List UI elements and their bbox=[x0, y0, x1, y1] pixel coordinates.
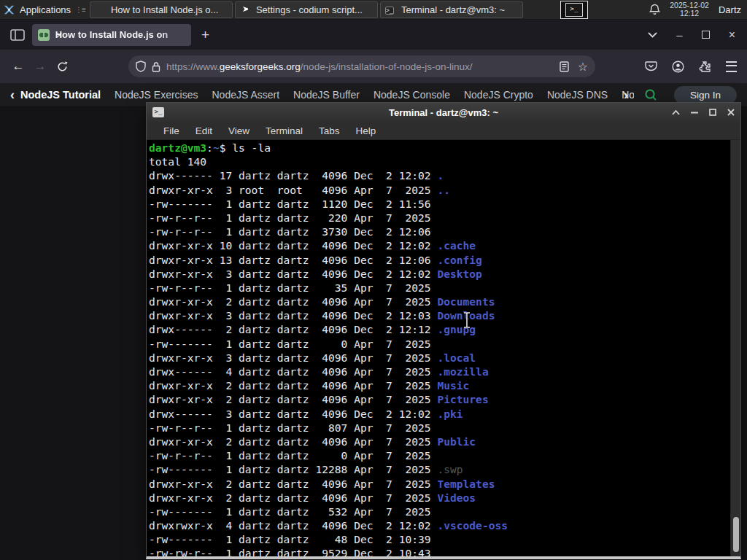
prompt-line: dartz@vm3:~$ ls -la bbox=[149, 141, 730, 155]
notification-bell-icon[interactable] bbox=[649, 4, 660, 15]
nav-item-nodejs-console[interactable]: NodeJS Console bbox=[374, 89, 450, 101]
nav-item-nodejs-tutorial[interactable]: NodeJS Tutorial bbox=[20, 89, 101, 101]
terminal-icon: >_ bbox=[385, 4, 397, 15]
taskbar-label: Settings - codium script... bbox=[256, 4, 363, 15]
nav-item-nodejs-buffer[interactable]: NodeJS Buffer bbox=[293, 89, 360, 101]
applications-logo-icon bbox=[3, 4, 15, 16]
window-close-button[interactable]: × bbox=[729, 28, 735, 42]
nav-scroll-right-icon[interactable]: › bbox=[624, 88, 628, 101]
file-row: -rw------- 1 dartz dartz 12288 Apr 7 202… bbox=[149, 462, 730, 476]
file-row: -rw-r--r-- 1 dartz dartz 3730 Dec 2 12:0… bbox=[149, 225, 730, 238]
file-row: drwx------ 3 dartz dartz 4096 Dec 2 12:0… bbox=[149, 407, 730, 421]
file-row: drwxr-xr-x 2 dartz dartz 4096 Apr 7 2025… bbox=[149, 477, 730, 491]
terminal-window: >_ Terminal - dartz@vm3: ~ File bbox=[146, 102, 741, 559]
terminal-titlebar[interactable]: >_ Terminal - dartz@vm3: ~ bbox=[147, 103, 740, 122]
site-search-icon[interactable] bbox=[644, 88, 658, 102]
gfg-favicon bbox=[38, 29, 50, 41]
shade-window-icon[interactable] bbox=[672, 110, 680, 115]
file-row: -rw-r--r-- 1 dartz dartz 807 Apr 7 2025 … bbox=[149, 421, 730, 435]
tab-close-icon[interactable]: × bbox=[55, 28, 64, 41]
clock-time: 12:12 bbox=[670, 9, 709, 18]
file-row: drwxr-xr-x 13 dartz dartz 4096 Dec 2 12:… bbox=[149, 253, 730, 267]
bookmark-star-icon[interactable]: ☆ bbox=[578, 60, 588, 74]
pocket-icon[interactable] bbox=[645, 61, 657, 72]
file-row: -rw-r--r-- 1 dartz dartz 220 Apr 7 2025 … bbox=[149, 211, 730, 225]
window-maximize-button[interactable] bbox=[702, 31, 710, 39]
forward-button[interactable]: → bbox=[29, 55, 51, 77]
menu-hamburger-icon[interactable] bbox=[726, 61, 737, 72]
file-row: drwxr-xr-x 2 dartz dartz 4096 Apr 7 2025… bbox=[149, 435, 730, 448]
site-nav-items: NodeJS Tutorial NodeJS Exercises NodeJS … bbox=[20, 89, 634, 101]
close-window-icon[interactable] bbox=[727, 109, 735, 116]
tab-bar: How to Install Node.js on × + – × bbox=[0, 20, 747, 50]
terminal-title: Terminal - dartz@vm3: ~ bbox=[147, 107, 740, 118]
taskbar-label: How to Install Node.js o... bbox=[111, 4, 218, 15]
url-text: https://www.geeksforgeeks.org/node-js/in… bbox=[166, 61, 554, 72]
panel-user-menu[interactable]: Dartz bbox=[719, 4, 741, 15]
firefox-view-icon[interactable] bbox=[10, 29, 25, 41]
file-row: drwxr-xr-x 3 dartz dartz 4096 Dec 2 12:0… bbox=[149, 308, 730, 322]
list-all-tabs-chevron-icon[interactable] bbox=[648, 32, 657, 38]
taskbar-label: Terminal - dartz@vm3: ~ bbox=[401, 4, 505, 15]
file-row: drwxr-xr-x 3 root root 4096 Apr 7 2025 .… bbox=[149, 183, 730, 197]
file-row: drwxr-xr-x 10 dartz dartz 4096 Dec 2 12:… bbox=[149, 238, 730, 252]
browser-tab-active[interactable]: How to Install Node.js on × bbox=[32, 24, 191, 46]
workspace-terminal-indicator[interactable]: >_ bbox=[560, 1, 588, 19]
terminal-output: dartz@vm3:~$ ls -latotal 140drwx------ 1… bbox=[149, 141, 730, 556]
terminal-icon: >_ bbox=[565, 3, 583, 17]
terminal-icon: >_ bbox=[152, 107, 164, 117]
lock-icon[interactable] bbox=[152, 61, 160, 72]
file-row: drwx------ 2 dartz dartz 4096 Dec 2 12:1… bbox=[149, 322, 730, 336]
nav-item-nodejs-dns[interactable]: NodeJS DNS bbox=[547, 89, 608, 101]
file-row: drwxr-xr-x 3 dartz dartz 4096 Apr 7 2025… bbox=[149, 351, 730, 365]
panel-clock[interactable]: 2025-12-02 12:12 bbox=[670, 1, 709, 18]
desktop: Applications ⋮≡ How to Install Node.js o… bbox=[0, 0, 747, 560]
menu-tabs[interactable]: Tabs bbox=[311, 125, 348, 136]
file-row: drwx------ 17 dartz dartz 4096 Dec 2 12:… bbox=[149, 168, 730, 182]
top-panel: Applications ⋮≡ How to Install Node.js o… bbox=[0, 0, 747, 20]
url-bar[interactable]: https://www.geeksforgeeks.org/node-js/in… bbox=[128, 55, 595, 77]
back-button[interactable]: ← bbox=[7, 55, 29, 77]
new-tab-button[interactable]: + bbox=[201, 27, 209, 43]
terminal-body[interactable]: dartz@vm3:~$ ls -latotal 140drwx------ 1… bbox=[147, 140, 740, 556]
file-row: drwxr-xr-x 3 dartz dartz 4096 Dec 2 12:0… bbox=[149, 267, 730, 281]
tracking-shield-icon[interactable] bbox=[136, 61, 146, 72]
nav-item-nodejs-assert[interactable]: NodeJS Assert bbox=[212, 89, 280, 101]
file-row: drwxrwxr-x 4 dartz dartz 4096 Dec 2 12:0… bbox=[149, 518, 730, 532]
reader-mode-icon[interactable] bbox=[560, 61, 569, 72]
mouse-cursor bbox=[462, 312, 471, 328]
scrollbar-thumb[interactable] bbox=[733, 517, 739, 552]
menu-edit[interactable]: Edit bbox=[187, 125, 220, 136]
file-row: drwx------ 4 dartz dartz 4096 Apr 7 2025… bbox=[149, 365, 730, 378]
panel-grip-handle[interactable]: ⋮≡ bbox=[75, 6, 85, 14]
nav-scroll-left-icon[interactable]: ‹ bbox=[10, 88, 15, 101]
file-row: -rw------- 1 dartz dartz 0 Apr 7 2025 .I… bbox=[149, 337, 730, 351]
file-row: drwxr-xr-x 2 dartz dartz 4096 Apr 7 2025… bbox=[149, 491, 730, 505]
menu-help[interactable]: Help bbox=[348, 125, 384, 136]
reload-button[interactable] bbox=[51, 55, 73, 77]
applications-label: Applications bbox=[20, 4, 71, 15]
taskbar-window-firefox[interactable]: How to Install Node.js o... bbox=[90, 1, 233, 18]
sign-in-button[interactable]: Sign In bbox=[674, 86, 737, 104]
codium-icon bbox=[240, 4, 252, 15]
nav-item-nodejs-exercises[interactable]: NodeJS Exercises bbox=[115, 89, 198, 101]
window-minimize-button[interactable]: – bbox=[676, 28, 682, 41]
total-line: total 140 bbox=[149, 155, 730, 168]
applications-menu-button[interactable]: Applications bbox=[0, 0, 75, 19]
terminal-scrollbar[interactable] bbox=[730, 140, 740, 556]
menu-terminal[interactable]: Terminal bbox=[258, 125, 311, 136]
minimize-window-icon[interactable] bbox=[691, 112, 698, 114]
terminal-menubar: File Edit View Terminal Tabs Help bbox=[147, 122, 740, 140]
extensions-puzzle-icon[interactable] bbox=[699, 61, 711, 73]
maximize-window-icon[interactable] bbox=[709, 109, 716, 116]
menu-view[interactable]: View bbox=[220, 125, 258, 136]
file-row: drwxr-xr-x 2 dartz dartz 4096 Apr 7 2025… bbox=[149, 378, 730, 392]
firefox-icon bbox=[95, 4, 107, 15]
menu-file[interactable]: File bbox=[155, 125, 187, 136]
taskbar-window-terminal[interactable]: >_ Terminal - dartz@vm3: ~ bbox=[380, 1, 523, 18]
reload-icon bbox=[57, 61, 68, 72]
account-icon[interactable] bbox=[672, 61, 684, 73]
file-row: -rw------- 1 dartz dartz 1120 Dec 2 11:5… bbox=[149, 197, 730, 211]
taskbar-window-codium[interactable]: Settings - codium script... bbox=[235, 1, 378, 18]
nav-item-nodejs-crypto[interactable]: NodeJS Crypto bbox=[464, 89, 533, 101]
